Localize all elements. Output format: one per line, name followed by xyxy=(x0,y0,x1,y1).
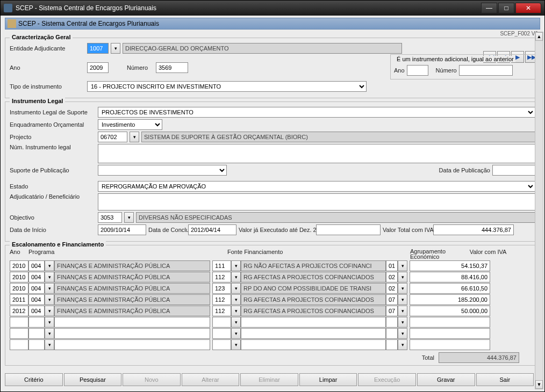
num-instrumento-input[interactable] xyxy=(98,144,535,163)
row-prog-code-input[interactable] xyxy=(28,260,45,271)
adjudicatario-input[interactable] xyxy=(98,193,535,210)
projecto-code-input[interactable] xyxy=(98,132,127,142)
row-ano-input[interactable] xyxy=(10,283,28,294)
row-ano-input[interactable] xyxy=(10,294,28,305)
suporte-select[interactable]: PROJECTOS DE INVESTIMENTO xyxy=(98,107,535,118)
row-agrup-lookup-button[interactable]: ▾ xyxy=(398,339,407,350)
tipo-instrumento-select[interactable]: 16 - PROJECTO INSCRITO EM INVESTIMENTO xyxy=(87,81,367,92)
row-agrup-input[interactable] xyxy=(386,272,398,282)
valor-executado-input[interactable] xyxy=(316,224,381,235)
estado-select[interactable]: REPROGRAMAÇÃO EM APROVAÇÃO xyxy=(98,181,535,192)
row-ano-input[interactable] xyxy=(10,317,28,328)
close-button[interactable]: ✕ xyxy=(515,3,541,13)
enquadramento-select[interactable]: Investimento xyxy=(98,119,162,130)
sair-button[interactable]: Sair xyxy=(476,373,534,386)
row-fonte-lookup-button[interactable]: ▾ xyxy=(231,306,241,316)
projecto-lookup-button[interactable]: ▾ xyxy=(130,132,139,142)
minimize-button[interactable]: — xyxy=(481,3,497,13)
row-ano-input[interactable] xyxy=(10,272,28,282)
row-valor-input[interactable] xyxy=(410,328,490,339)
row-valor-input[interactable] xyxy=(410,339,490,350)
row-ano-input[interactable] xyxy=(10,306,28,316)
row-prog-code-input[interactable] xyxy=(28,283,45,294)
row-agrup-input[interactable] xyxy=(386,283,398,294)
scroll-down-button[interactable]: ▼ xyxy=(535,380,543,389)
pesquisar-button[interactable]: Pesquisar xyxy=(64,373,122,386)
row-prog-lookup-button[interactable]: ▾ xyxy=(45,328,54,339)
row-agrup-input[interactable] xyxy=(386,317,398,328)
objectivo-code-input[interactable] xyxy=(98,212,122,223)
limpar-button[interactable]: Limpar xyxy=(299,373,357,386)
row-ano-input[interactable] xyxy=(10,260,28,271)
row-prog-code-input[interactable] xyxy=(28,272,45,282)
row-fonte-lookup-button[interactable]: ▾ xyxy=(231,294,241,305)
row-fonte-lookup-button[interactable]: ▾ xyxy=(231,317,241,328)
row-fonte-lookup-button[interactable]: ▾ xyxy=(231,260,241,271)
entidade-code-input[interactable] xyxy=(87,43,109,54)
row-prog-code-input[interactable] xyxy=(28,339,45,350)
alterar-button[interactable]: Alterar xyxy=(182,373,240,386)
suporte-pub-select[interactable] xyxy=(98,165,227,176)
row-prog-lookup-button[interactable]: ▾ xyxy=(45,294,54,305)
row-agrup-lookup-button[interactable]: ▾ xyxy=(398,317,407,328)
row-valor-input[interactable] xyxy=(410,260,490,271)
row-prog-lookup-button[interactable]: ▾ xyxy=(45,272,54,282)
row-prog-code-input[interactable] xyxy=(28,294,45,305)
row-prog-code-input[interactable] xyxy=(28,328,45,339)
row-fonte-lookup-button[interactable]: ▾ xyxy=(231,339,241,350)
row-agrup-lookup-button[interactable]: ▾ xyxy=(398,328,407,339)
row-valor-input[interactable] xyxy=(410,283,490,294)
novo-button[interactable]: Novo xyxy=(123,373,181,386)
gravar-button[interactable]: Gravar xyxy=(417,373,475,386)
row-fonte-lookup-button[interactable]: ▾ xyxy=(231,328,241,339)
data-inicio-input[interactable] xyxy=(98,224,146,235)
row-prog-lookup-button[interactable]: ▾ xyxy=(45,306,54,316)
entidade-lookup-button[interactable]: ▾ xyxy=(111,43,120,54)
row-agrup-input[interactable] xyxy=(386,294,398,305)
row-agrup-lookup-button[interactable]: ▾ xyxy=(398,272,407,282)
eliminar-button[interactable]: Eliminar xyxy=(240,373,298,386)
row-prog-code-input[interactable] xyxy=(28,317,45,328)
row-prog-lookup-button[interactable]: ▾ xyxy=(45,283,54,294)
numero-input[interactable] xyxy=(156,62,188,73)
row-fonte-code-input[interactable] xyxy=(212,260,231,271)
row-fonte-code-input[interactable] xyxy=(212,283,231,294)
adicional-ano-input[interactable] xyxy=(407,65,428,76)
row-agrup-input[interactable] xyxy=(386,339,398,350)
row-prog-code-input[interactable] xyxy=(28,306,45,316)
objectivo-lookup-button[interactable]: ▾ xyxy=(124,212,134,223)
ano-input[interactable] xyxy=(87,62,109,73)
valor-total-input[interactable] xyxy=(433,224,514,235)
row-fonte-code-input[interactable] xyxy=(212,272,231,282)
row-agrup-input[interactable] xyxy=(386,306,398,316)
row-valor-input[interactable] xyxy=(410,317,490,328)
adicional-numero-input[interactable] xyxy=(459,65,513,76)
row-agrup-lookup-button[interactable]: ▾ xyxy=(398,294,407,305)
row-agrup-lookup-button[interactable]: ▾ xyxy=(398,283,407,294)
row-ano-input[interactable] xyxy=(10,328,28,339)
row-prog-lookup-button[interactable]: ▾ xyxy=(45,260,54,271)
row-prog-lookup-button[interactable]: ▾ xyxy=(45,317,54,328)
row-valor-input[interactable] xyxy=(410,294,490,305)
row-agrup-input[interactable] xyxy=(386,328,398,339)
vertical-scrollbar[interactable]: ▲ ▼ xyxy=(535,32,543,389)
criterio-button[interactable]: Critério xyxy=(5,373,63,386)
maximize-button[interactable]: □ xyxy=(498,3,514,13)
row-agrup-lookup-button[interactable]: ▾ xyxy=(398,306,407,316)
row-fonte-code-input[interactable] xyxy=(212,328,231,339)
data-conclusao-input[interactable] xyxy=(188,224,236,235)
row-fonte-lookup-button[interactable]: ▾ xyxy=(231,272,241,282)
row-agrup-lookup-button[interactable]: ▾ xyxy=(398,260,407,271)
row-fonte-code-input[interactable] xyxy=(212,317,231,328)
row-prog-lookup-button[interactable]: ▾ xyxy=(45,339,54,350)
row-valor-input[interactable] xyxy=(410,306,490,316)
row-agrup-input[interactable] xyxy=(386,260,398,271)
data-pub-input[interactable] xyxy=(492,165,535,176)
row-fonte-lookup-button[interactable]: ▾ xyxy=(231,283,241,294)
row-ano-input[interactable] xyxy=(10,339,28,350)
row-fonte-code-input[interactable] xyxy=(212,306,231,316)
row-valor-input[interactable] xyxy=(410,272,490,282)
scroll-up-button[interactable]: ▲ xyxy=(535,32,543,41)
row-fonte-code-input[interactable] xyxy=(212,339,231,350)
execucao-button[interactable]: Execução xyxy=(358,373,416,386)
